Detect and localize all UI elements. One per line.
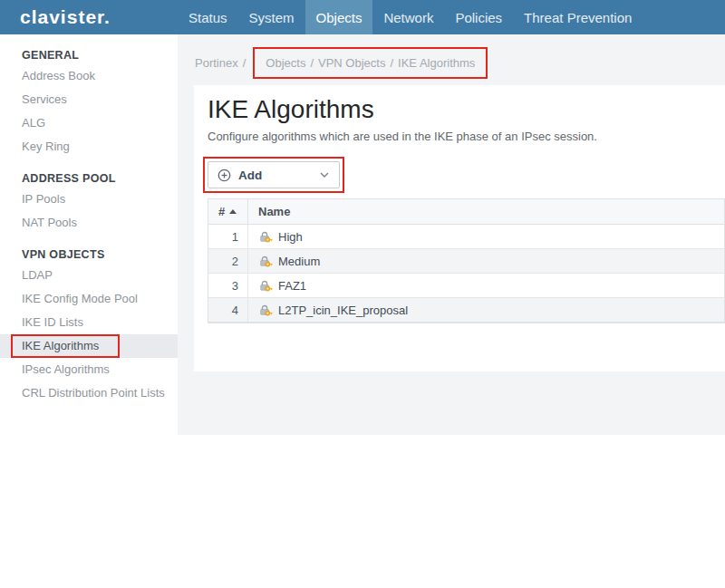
nav-item-system[interactable]: System xyxy=(238,0,305,34)
sidebar-item-address-book[interactable]: Address Book xyxy=(0,64,178,88)
sidebar-item-alg[interactable]: ALG xyxy=(0,111,178,135)
sidebar-item-nat-pools[interactable]: NAT Pools xyxy=(0,211,178,235)
annotation-box-breadcrumb: Objects / VPN Objects / IKE Algorithms xyxy=(253,47,488,79)
add-button[interactable]: Add xyxy=(208,161,340,188)
breadcrumb-separator: / xyxy=(310,56,314,70)
chevron-down-icon xyxy=(320,172,329,178)
logo-container: clavister. xyxy=(0,0,178,34)
annotation-box-add-button: Add xyxy=(203,157,344,193)
sidebar-section-address-pool: ADDRESS POOL xyxy=(0,165,178,188)
annotation-box-sidebar: IKE Algorithms xyxy=(11,334,120,358)
breadcrumb-objects[interactable]: Objects xyxy=(266,56,305,70)
lock-key-icon xyxy=(258,279,273,292)
sidebar-item-crl-distribution-point-lists[interactable]: CRL Distribution Point Lists xyxy=(0,381,178,405)
nav-item-network[interactable]: Network xyxy=(372,0,444,34)
sidebar-item-ike-id-lists[interactable]: IKE ID Lists xyxy=(0,311,178,334)
table-row: 1 High xyxy=(208,225,724,249)
sidebar-item-ip-pools[interactable]: IP Pools xyxy=(0,188,178,211)
lock-key-icon xyxy=(258,255,273,267)
object-name-label: Medium xyxy=(278,255,320,268)
sidebar: GENERAL Address Book Services ALG Key Ri… xyxy=(0,34,178,588)
cell-object-name[interactable]: L2TP_icin_IKE_proposal xyxy=(248,298,724,322)
sidebar-item-ipsec-algorithms[interactable]: IPsec Algorithms xyxy=(0,358,178,381)
add-button-label: Add xyxy=(238,169,262,182)
column-header-name[interactable]: Name xyxy=(248,199,724,224)
sort-ascending-icon xyxy=(229,209,237,214)
breadcrumb-separator: / xyxy=(390,56,393,70)
breadcrumb-vpn-objects[interactable]: VPN Objects xyxy=(318,56,385,70)
nav-item-status[interactable]: Status xyxy=(178,0,238,34)
cell-object-name[interactable]: Medium xyxy=(248,249,724,273)
ike-algorithms-table: # Name 1 Hig xyxy=(208,198,725,323)
object-name-label: L2TP_icin_IKE_proposal xyxy=(278,304,408,317)
cell-row-number: 2 xyxy=(208,249,248,273)
column-header-number-label: # xyxy=(218,205,225,218)
column-header-number[interactable]: # xyxy=(208,199,248,224)
cell-row-number: 1 xyxy=(208,225,248,248)
sidebar-section-general: GENERAL xyxy=(0,42,178,64)
breadcrumb-root[interactable]: Portinex xyxy=(195,56,238,70)
table-row: 4 L2TP_icin_IKE_proposal xyxy=(208,298,724,323)
object-name-label: FAZ1 xyxy=(278,279,306,293)
nav-item-policies[interactable]: Policies xyxy=(444,0,513,34)
breadcrumb: Portinex / Objects / VPN Objects / IKE A… xyxy=(195,46,488,80)
page-description: Configure algorithms which are used in t… xyxy=(208,130,725,143)
breadcrumb-ike-algorithms[interactable]: IKE Algorithms xyxy=(398,56,475,70)
nav-item-threat-prevention[interactable]: Threat Prevention xyxy=(513,0,643,34)
table-header-row: # Name xyxy=(208,199,724,225)
sidebar-item-services[interactable]: Services xyxy=(0,88,178,111)
main-panel: IKE Algorithms Configure algorithms whic… xyxy=(194,85,725,371)
object-name-label: High xyxy=(278,230,303,244)
cell-object-name[interactable]: High xyxy=(248,225,724,248)
clavister-logo: clavister. xyxy=(20,6,111,28)
page-title: IKE Algorithms xyxy=(208,94,725,124)
sidebar-section-vpn-objects: VPN OBJECTS xyxy=(0,241,178,264)
column-header-name-label: Name xyxy=(258,205,290,218)
top-navigation-bar: clavister. Status System Objects Network… xyxy=(0,0,725,34)
table-row: 2 Medium xyxy=(208,249,724,274)
nav-item-objects[interactable]: Objects xyxy=(305,0,373,34)
sidebar-item-ldap[interactable]: LDAP xyxy=(0,264,178,287)
sidebar-item-ike-algorithms[interactable]: IKE Algorithms xyxy=(0,334,178,358)
cell-row-number: 3 xyxy=(208,274,248,297)
cell-row-number: 4 xyxy=(208,298,248,322)
cell-object-name[interactable]: FAZ1 xyxy=(248,274,724,297)
lock-key-icon xyxy=(258,304,273,316)
lock-key-icon xyxy=(258,230,273,243)
sidebar-item-key-ring[interactable]: Key Ring xyxy=(0,135,178,159)
sidebar-item-ike-config-mode-pool[interactable]: IKE Config Mode Pool xyxy=(0,287,178,311)
main-menu: Status System Objects Network Policies T… xyxy=(178,0,643,34)
breadcrumb-separator: / xyxy=(243,56,246,70)
table-row: 3 FAZ1 xyxy=(208,274,724,298)
plus-circle-icon xyxy=(218,169,231,182)
sidebar-item-label: IKE Algorithms xyxy=(22,339,99,352)
